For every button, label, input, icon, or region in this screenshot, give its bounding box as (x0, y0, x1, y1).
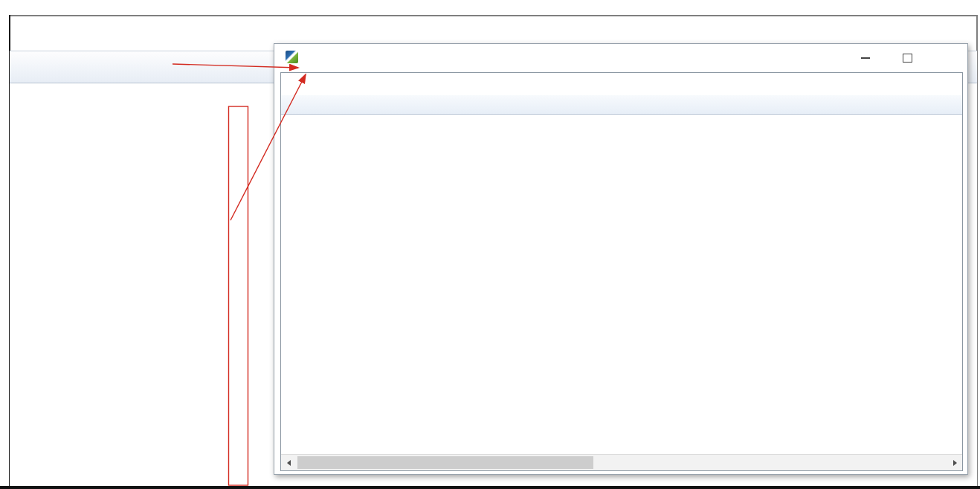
dialog-grid (280, 72, 963, 471)
group-by-bar[interactable] (281, 73, 962, 96)
scrollbar-thumb[interactable] (297, 456, 593, 469)
frame-bottom-line (0, 486, 980, 489)
horizontal-scrollbar[interactable] (281, 454, 962, 470)
minimize-button[interactable] (854, 50, 877, 66)
dialog-grid-header (281, 95, 962, 115)
scroll-right-button[interactable] (947, 455, 962, 470)
maximize-button[interactable] (896, 50, 918, 66)
arrow-right-icon (953, 460, 957, 466)
frame-top-line (9, 15, 977, 16)
scroll-left-button[interactable] (281, 455, 296, 470)
screenshot-root (0, 0, 980, 489)
dialog-title-bar[interactable] (274, 44, 967, 72)
close-button[interactable] (936, 50, 958, 66)
maximize-icon (903, 54, 912, 63)
dialog-planbuchungen (274, 43, 968, 475)
app-logo-icon (286, 51, 298, 63)
minimize-icon (861, 57, 870, 59)
arrow-left-icon (287, 460, 291, 466)
